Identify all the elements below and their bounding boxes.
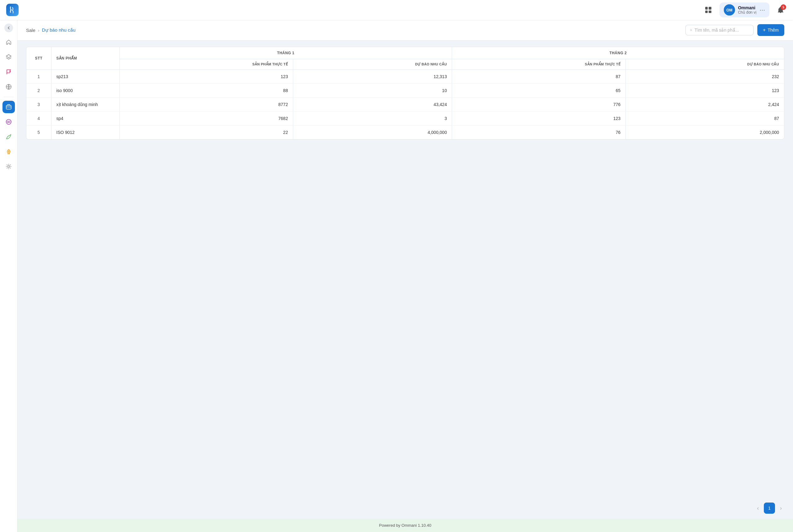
cell-sanpham: sp4: [51, 112, 119, 126]
sidebar-item-sale[interactable]: [2, 101, 15, 113]
sidebar-item-layers[interactable]: [2, 51, 15, 63]
cell-dubao1: 4,000,000: [293, 126, 452, 139]
cell-thucte2: 776: [452, 98, 626, 112]
search-box[interactable]: [685, 25, 754, 35]
col-header-stt: STT: [26, 47, 51, 70]
search-input[interactable]: [695, 27, 749, 33]
breadcrumb-separator: ›: [38, 27, 39, 33]
cell-dubao2: 123: [626, 84, 784, 98]
cell-stt: 4: [26, 112, 51, 126]
next-page-button[interactable]: ›: [777, 504, 784, 513]
world-icon: [5, 119, 12, 125]
user-name: Ommani: [738, 5, 756, 10]
sidebar-collapse-button[interactable]: [4, 23, 13, 32]
col-header-dubao1: DỰ BÁO NHU CẦU: [293, 59, 452, 70]
cell-thucte1: 7682: [119, 112, 293, 126]
svg-text:OM: OM: [726, 8, 732, 13]
user-info: Ommani Chủ đơn vị: [738, 5, 756, 15]
sidebar-divider: [4, 97, 14, 97]
col-header-sanpham: SẢN PHẨM: [51, 47, 119, 70]
search-icon: [690, 27, 692, 33]
cell-sanpham: xịt khoáng dũng minh: [51, 98, 119, 112]
rocket-icon: [5, 149, 12, 155]
page-1-button[interactable]: 1: [764, 502, 775, 514]
notification-badge: 5: [780, 4, 786, 10]
grid-icon: [705, 7, 712, 13]
cell-stt: 1: [26, 70, 51, 84]
cell-dubao1: 12,313: [293, 70, 452, 84]
settings-icon: [5, 164, 12, 170]
cell-dubao1: 10: [293, 84, 452, 98]
cell-thucte1: 22: [119, 126, 293, 139]
cell-sanpham: sp213: [51, 70, 119, 84]
sidebar-item-globe[interactable]: [2, 81, 15, 93]
table-row: 2 iso 9000 88 10 65 123: [26, 84, 784, 98]
chevron-left-icon: [7, 26, 11, 30]
cell-thucte1: 8772: [119, 98, 293, 112]
add-button[interactable]: + Thêm: [757, 24, 784, 36]
footer: Powered by Ommani 1.10.40: [17, 519, 793, 532]
prev-page-button[interactable]: ‹: [755, 504, 761, 513]
table-row: 1 sp213 123 12,313 87 232: [26, 70, 784, 84]
add-button-label: Thêm: [768, 27, 779, 33]
more-options-button[interactable]: ⋯: [759, 6, 765, 13]
table-header-group2: SẢN PHẨM THỰC TẾ DỰ BÁO NHU CẦU SẢN PHẨM…: [26, 59, 784, 70]
header-right: OM Ommani Chủ đơn vị ⋯ 5: [702, 2, 787, 17]
sale-icon: [5, 104, 12, 110]
app-logo: [6, 4, 19, 16]
svg-point-4: [6, 119, 11, 124]
footer-text: Powered by Ommani 1.10.40: [379, 523, 431, 528]
breadcrumb-current: Dự báo nhu cầu: [42, 27, 75, 33]
cell-thucte2: 123: [452, 112, 626, 126]
cell-dubao2: 2,424: [626, 98, 784, 112]
svg-point-5: [8, 151, 9, 152]
cell-thucte1: 123: [119, 70, 293, 84]
cell-thucte1: 88: [119, 84, 293, 98]
subheader-right: + Thêm: [685, 24, 784, 36]
pagination: ‹ 1 ›: [17, 498, 793, 519]
grid-view-button[interactable]: [702, 4, 715, 16]
breadcrumb: Sale › Dự báo nhu cầu: [26, 27, 75, 33]
cell-dubao2: 232: [626, 70, 784, 84]
data-table: STT SẢN PHẨM THÁNG 1 THÁNG 2 SẢN PHẨM TH…: [26, 47, 784, 139]
leaf-icon: [5, 134, 12, 140]
cell-thucte2: 65: [452, 84, 626, 98]
globe-icon: [5, 84, 12, 90]
layers-icon: [5, 54, 12, 60]
sidebar-item-rocket[interactable]: [2, 146, 15, 158]
col-header-thucte2: SẢN PHẨM THỰC TẾ: [452, 59, 626, 70]
main-layout: Sale › Dự báo nhu cầu + Thêm: [0, 20, 793, 532]
user-card[interactable]: OM Ommani Chủ đơn vị ⋯: [719, 2, 770, 17]
cell-dubao1: 3: [293, 112, 452, 126]
top-header: OM Ommani Chủ đơn vị ⋯ 5: [0, 0, 793, 20]
table-row: 4 sp4 7682 3 123 87: [26, 112, 784, 126]
sidebar-item-flag[interactable]: [2, 66, 15, 78]
user-role: Chủ đơn vị: [738, 10, 756, 15]
cell-dubao2: 87: [626, 112, 784, 126]
svg-point-6: [8, 166, 10, 167]
svg-rect-3: [6, 106, 11, 109]
breadcrumb-sale[interactable]: Sale: [26, 27, 35, 33]
cell-sanpham: ISO 9012: [51, 126, 119, 139]
cell-stt: 2: [26, 84, 51, 98]
notification-button[interactable]: 5: [774, 4, 787, 16]
table-container: STT SẢN PHẨM THÁNG 1 THÁNG 2 SẢN PHẨM TH…: [17, 41, 793, 498]
col-header-thucte1: SẢN PHẨM THỰC TẾ: [119, 59, 293, 70]
col-header-thang1: THÁNG 1: [119, 47, 452, 59]
avatar: OM: [724, 4, 735, 16]
table-header-group1: STT SẢN PHẨM THÁNG 1 THÁNG 2: [26, 47, 784, 59]
table-row: 3 xịt khoáng dũng minh 8772 43,424 776 2…: [26, 98, 784, 112]
sidebar-item-home[interactable]: [2, 36, 15, 49]
cell-thucte2: 76: [452, 126, 626, 139]
cell-sanpham: iso 9000: [51, 84, 119, 98]
sidebar-item-leaf[interactable]: [2, 131, 15, 143]
table-row: 5 ISO 9012 22 4,000,000 76 2,000,000: [26, 126, 784, 139]
header-left: [6, 4, 19, 16]
col-header-thang2: THÁNG 2: [452, 47, 784, 59]
sidebar-item-world[interactable]: [2, 116, 15, 128]
sidebar: [0, 20, 17, 532]
sidebar-item-settings[interactable]: [2, 160, 15, 173]
cell-thucte2: 87: [452, 70, 626, 84]
cell-dubao2: 2,000,000: [626, 126, 784, 139]
table-body: 1 sp213 123 12,313 87 232 2 iso 9000 88 …: [26, 70, 784, 139]
